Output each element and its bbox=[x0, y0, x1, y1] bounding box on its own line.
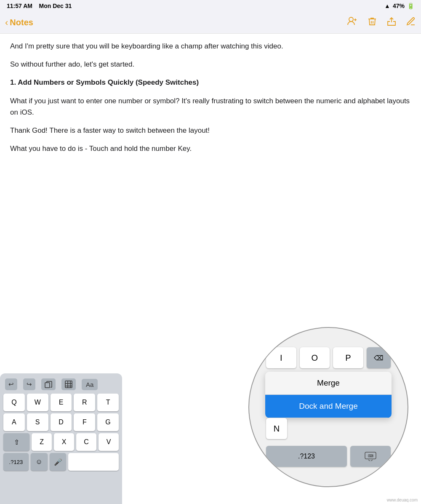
back-label: Notes bbox=[10, 18, 33, 27]
mic-key[interactable]: 🎤 bbox=[50, 453, 67, 471]
n-key-area: N bbox=[258, 418, 399, 439]
watermark: www.deuaq.com bbox=[387, 498, 418, 502]
paragraph-5: Thank God! There is a faster way to swit… bbox=[10, 125, 411, 136]
keyboard-toolbar: ↩ ↪ Aa bbox=[3, 377, 119, 394]
status-time: 11:57 AM Mon Dec 31 bbox=[7, 3, 72, 9]
backspace-key-circle[interactable]: ⌫ bbox=[367, 347, 391, 368]
key-f[interactable]: F bbox=[74, 413, 95, 431]
paragraph-6: What you have to do is - Touch and hold … bbox=[10, 143, 411, 154]
back-button[interactable]: ‹ Notes bbox=[5, 17, 33, 28]
key-n-circle[interactable]: N bbox=[266, 418, 287, 439]
status-bar: 11:57 AM Mon Dec 31 ▲ 47% 🔋 bbox=[0, 0, 421, 12]
emoji-key[interactable]: ☺ bbox=[31, 453, 48, 471]
key-i-circle[interactable]: I bbox=[266, 347, 296, 368]
copy-button[interactable] bbox=[41, 378, 56, 390]
key-t[interactable]: T bbox=[97, 394, 119, 411]
share-icon[interactable] bbox=[386, 16, 397, 29]
nav-actions bbox=[347, 16, 416, 29]
merge-options-popup: Merge Dock and Merge bbox=[265, 372, 392, 418]
note-content: And I'm pretty sure that you will be key… bbox=[0, 34, 421, 373]
compose-icon[interactable] bbox=[406, 16, 416, 29]
svg-rect-4 bbox=[65, 381, 72, 388]
circle-final-row: .?123 ⌨ bbox=[258, 446, 399, 467]
keyboard-row-3: ⇧ Z X C V bbox=[3, 433, 119, 451]
paragraph-4: What if you just want to enter one numbe… bbox=[10, 95, 411, 118]
wifi-icon: ▲ bbox=[384, 3, 390, 9]
paragraph-2: So without further ado, let's get starte… bbox=[10, 59, 411, 70]
circle-content: I O P ⌫ Merge Dock and Merge N .?123 bbox=[249, 328, 408, 486]
key-g[interactable]: G bbox=[97, 413, 119, 431]
svg-rect-3 bbox=[45, 383, 50, 388]
keyboard-merge-popup: I O P ⌫ Merge Dock and Merge N .?123 bbox=[248, 327, 408, 487]
key-e[interactable]: E bbox=[51, 394, 72, 411]
redo-button[interactable]: ↪ bbox=[23, 378, 35, 390]
undo-button[interactable]: ↩ bbox=[5, 378, 17, 390]
merge-option[interactable]: Merge bbox=[265, 372, 392, 395]
add-person-icon[interactable] bbox=[347, 16, 358, 29]
kb-hide-icon-circle[interactable]: ⌨ bbox=[350, 446, 391, 467]
circle-top-row: I O P ⌫ bbox=[258, 347, 399, 368]
key-a[interactable]: A bbox=[3, 413, 25, 431]
key-r[interactable]: R bbox=[74, 394, 95, 411]
key-v[interactable]: V bbox=[99, 433, 119, 451]
key-q[interactable]: Q bbox=[3, 394, 25, 411]
keyboard-row-2: A S D F G bbox=[3, 413, 119, 431]
svg-text:⌨: ⌨ bbox=[368, 454, 373, 458]
key-d[interactable]: D bbox=[51, 413, 72, 431]
nav-bar: ‹ Notes bbox=[0, 12, 421, 34]
num-key-circle[interactable]: .?123 bbox=[266, 446, 347, 467]
key-x[interactable]: X bbox=[54, 433, 74, 451]
dock-and-merge-option[interactable]: Dock and Merge bbox=[265, 395, 392, 418]
key-w[interactable]: W bbox=[27, 394, 48, 411]
key-s[interactable]: S bbox=[27, 413, 48, 431]
floating-keyboard: ↩ ↪ Aa Q W E bbox=[0, 373, 122, 504]
paragraph-1: And I'm pretty sure that you will be key… bbox=[10, 40, 411, 52]
battery-icon: 🔋 bbox=[407, 3, 414, 9]
back-arrow-icon: ‹ bbox=[5, 17, 8, 28]
key-z[interactable]: Z bbox=[32, 433, 52, 451]
num-key[interactable]: .?123 bbox=[3, 453, 29, 471]
key-o-circle[interactable]: O bbox=[300, 347, 330, 368]
keyboard-row-1: Q W E R T bbox=[3, 394, 119, 411]
trash-icon[interactable] bbox=[367, 16, 377, 29]
paragraph-3: 1. Add Numbers or Symbols Quickly (Speed… bbox=[10, 77, 411, 88]
keyboard-row-bottom: .?123 ☺ 🎤 bbox=[3, 453, 119, 471]
key-c[interactable]: C bbox=[76, 433, 96, 451]
status-indicators: ▲ 47% 🔋 bbox=[384, 3, 414, 9]
key-p-circle[interactable]: P bbox=[333, 347, 363, 368]
date-display: Mon Dec 31 bbox=[39, 3, 72, 9]
note-text-body[interactable]: And I'm pretty sure that you will be key… bbox=[10, 40, 411, 154]
time-display: 11:57 AM bbox=[7, 3, 32, 9]
format-button[interactable]: Aa bbox=[82, 379, 98, 390]
shift-key[interactable]: ⇧ bbox=[3, 433, 29, 451]
svg-point-0 bbox=[349, 17, 353, 21]
battery-percentage: 47% bbox=[393, 3, 405, 9]
table-button[interactable] bbox=[61, 378, 76, 390]
space-key[interactable] bbox=[68, 453, 119, 471]
